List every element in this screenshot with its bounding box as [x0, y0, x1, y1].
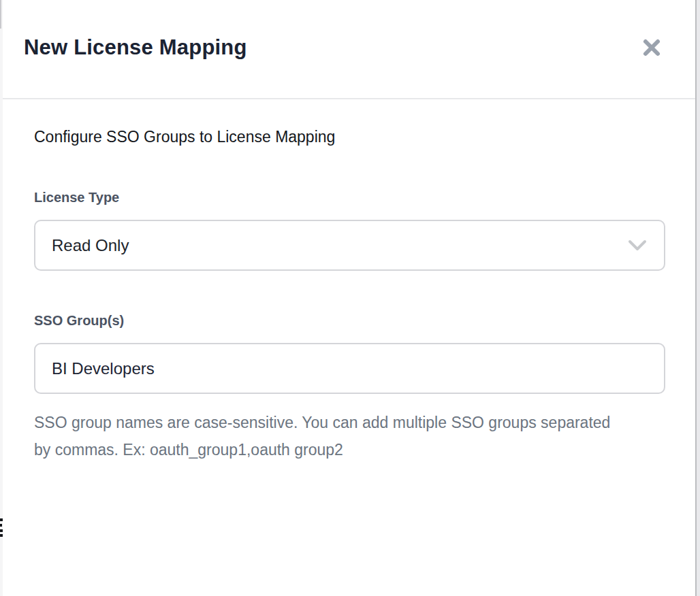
chevron-down-icon — [627, 239, 648, 252]
page-backdrop: New License Mapping Configure SSO Groups… — [0, 0, 700, 596]
license-type-selected-value: Read Only — [52, 236, 129, 255]
dialog-subtitle: Configure SSO Groups to License Mapping — [34, 128, 664, 146]
x-close-icon — [641, 37, 662, 58]
sso-groups-label: SSO Group(s) — [34, 313, 664, 329]
sso-groups-input[interactable] — [34, 343, 665, 394]
new-license-mapping-dialog: New License Mapping Configure SSO Groups… — [3, 0, 697, 596]
license-type-field-group: License Type Read Only — [34, 190, 664, 271]
license-type-label: License Type — [34, 190, 664, 205]
dialog-body: Configure SSO Groups to License Mapping … — [3, 99, 695, 463]
sso-groups-helper-text: SSO group names are case-sensitive. You … — [34, 409, 613, 463]
dialog-header: New License Mapping — [3, 0, 695, 99]
dialog-title: New License Mapping — [24, 35, 247, 60]
backdrop-artifact — [0, 0, 1, 29]
license-type-select[interactable]: Read Only — [34, 220, 665, 271]
close-button[interactable] — [638, 34, 665, 61]
sso-groups-field-group: SSO Group(s) SSO group names are case-se… — [34, 313, 664, 463]
backdrop-artifact — [0, 524, 2, 527]
backdrop-right-sliver — [697, 0, 700, 596]
